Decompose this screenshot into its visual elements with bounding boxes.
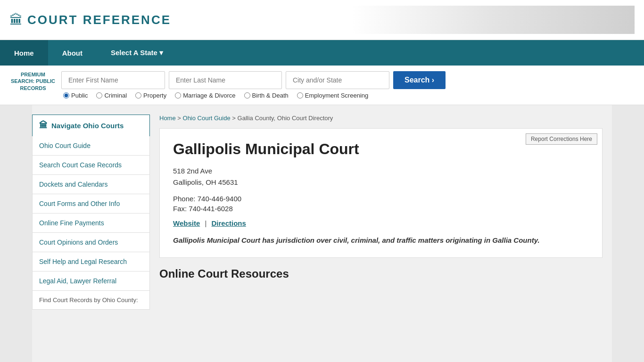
address-line1: 518 2nd Ave bbox=[173, 167, 212, 175]
logo[interactable]: 🏛 COURT REFERENCE bbox=[9, 12, 171, 28]
sidebar-link-ohio-court-guide[interactable]: Ohio Court Guide bbox=[32, 136, 150, 156]
radio-public[interactable]: Public bbox=[63, 92, 88, 99]
court-description: Gallipolis Municipal Court has jurisdict… bbox=[173, 235, 589, 246]
premium-label: PREMIUM SEARCH: PUBLIC RECORDS bbox=[9, 71, 57, 91]
radio-employment-screening[interactable]: Employment Screening bbox=[297, 92, 368, 99]
search-bar: PREMIUM SEARCH: PUBLIC RECORDS Search › … bbox=[0, 66, 644, 105]
court-fax: Fax: 740-441-6028 bbox=[173, 205, 589, 213]
search-type-radio-group: Public Criminal Property Marriage & Divo… bbox=[63, 92, 635, 99]
content-area: Home > Ohio Court Guide > Gallia County,… bbox=[150, 105, 612, 362]
online-resources-title: Online Court Resources bbox=[159, 267, 603, 280]
breadcrumb: Home > Ohio Court Guide > Gallia County,… bbox=[159, 115, 603, 122]
court-directions-link[interactable]: Directions bbox=[212, 219, 246, 227]
nav-item-about[interactable]: About bbox=[48, 40, 97, 66]
radio-criminal[interactable]: Criminal bbox=[96, 92, 127, 99]
sidebar-link-legal-aid[interactable]: Legal Aid, Lawyer Referral bbox=[32, 272, 150, 291]
breadcrumb-current: Gallia County, Ohio Court Directory bbox=[238, 115, 333, 122]
court-website-link[interactable]: Website bbox=[173, 219, 200, 227]
court-phone: Phone: 740-446-9400 bbox=[173, 195, 589, 203]
search-fields: Search › bbox=[61, 71, 635, 89]
first-name-input[interactable] bbox=[61, 71, 165, 89]
link-separator: | bbox=[205, 219, 206, 227]
sidebar-nav-header-label: Navigate Ohio Courts bbox=[51, 122, 124, 130]
courthouse-sidebar-icon: 🏛 bbox=[39, 121, 48, 131]
report-corrections-button[interactable]: Report Corrections Here bbox=[526, 133, 597, 145]
radio-marriage-divorce[interactable]: Marriage & Divorce bbox=[175, 92, 235, 99]
breadcrumb-guide[interactable]: Ohio Court Guide bbox=[183, 115, 231, 122]
radio-birth-death[interactable]: Birth & Death bbox=[244, 92, 289, 99]
header-bg bbox=[352, 6, 635, 34]
search-inputs: Search › Public Criminal Property Marria… bbox=[61, 71, 635, 99]
search-button[interactable]: Search › bbox=[393, 71, 446, 89]
courthouse-icon: 🏛 bbox=[9, 12, 23, 28]
court-card: Report Corrections Here Gallipolis Munic… bbox=[159, 128, 603, 258]
sidebar-link-court-opinions[interactable]: Court Opinions and Orders bbox=[32, 233, 150, 252]
sidebar-link-search-court-case-records[interactable]: Search Court Case Records bbox=[32, 156, 150, 175]
court-links: Website | Directions bbox=[173, 219, 589, 227]
court-address: 518 2nd Ave Gallipolis, OH 45631 bbox=[173, 165, 589, 188]
main-content: 🏛 Navigate Ohio Courts Ohio Court Guide … bbox=[32, 105, 612, 362]
address-line2: Gallipolis, OH 45631 bbox=[173, 178, 238, 186]
sidebar-link-dockets-calendars[interactable]: Dockets and Calendars bbox=[32, 175, 150, 194]
sidebar: 🏛 Navigate Ohio Courts Ohio Court Guide … bbox=[32, 105, 150, 362]
sidebar-link-self-help[interactable]: Self Help and Legal Research bbox=[32, 252, 150, 272]
sidebar-nav-header: 🏛 Navigate Ohio Courts bbox=[32, 115, 150, 136]
nav-item-select-state[interactable]: Select A State ▾ bbox=[97, 40, 177, 66]
nav-item-home[interactable]: Home bbox=[0, 40, 48, 66]
page-header: 🏛 COURT REFERENCE bbox=[0, 0, 644, 40]
sidebar-link-online-fine-payments[interactable]: Online Fine Payments bbox=[32, 214, 150, 233]
sidebar-link-court-forms[interactable]: Court Forms and Other Info bbox=[32, 194, 150, 214]
last-name-input[interactable] bbox=[169, 71, 282, 89]
city-state-input[interactable] bbox=[286, 71, 389, 89]
breadcrumb-home[interactable]: Home bbox=[159, 115, 176, 122]
main-nav: Home About Select A State ▾ bbox=[0, 40, 644, 66]
logo-text: COURT REFERENCE bbox=[27, 13, 171, 27]
sidebar-section-find-records: Find Court Records by Ohio County: bbox=[32, 291, 150, 310]
radio-property[interactable]: Property bbox=[135, 92, 166, 99]
